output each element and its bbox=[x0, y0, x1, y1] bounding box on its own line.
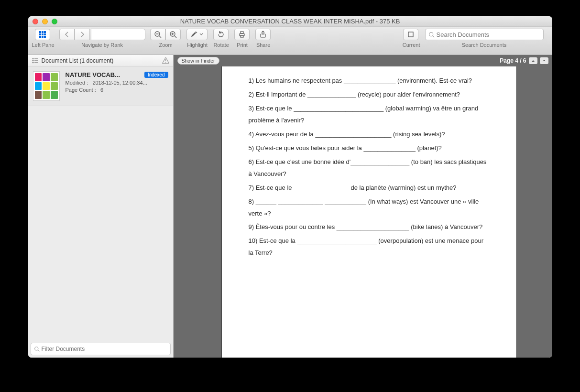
page-down-button[interactable] bbox=[540, 57, 548, 64]
left-pane-label: Left Pane bbox=[32, 42, 55, 48]
svg-point-30 bbox=[165, 62, 166, 63]
svg-point-25 bbox=[32, 60, 33, 61]
document-viewer: Show in Finder Page 4 / 6 1) Les humains… bbox=[174, 55, 552, 358]
paragraph: 2) Est-il important de ______________ (r… bbox=[249, 89, 490, 101]
minimize-window-button[interactable] bbox=[42, 19, 48, 24]
magnify-minus-icon bbox=[154, 31, 162, 38]
share-label: Share bbox=[256, 42, 270, 48]
page-canvas[interactable]: 1) Les humains ne respectent pas _______… bbox=[174, 66, 552, 358]
svg-rect-1 bbox=[42, 31, 44, 33]
search-label: Search Documents bbox=[462, 42, 507, 48]
zoom-label: Zoom bbox=[159, 42, 173, 48]
sidebar-header-text: Document List (1 document) bbox=[42, 57, 114, 64]
grid-icon bbox=[39, 31, 46, 38]
pagecount-label: Page Count : bbox=[66, 87, 96, 93]
close-window-button[interactable] bbox=[33, 19, 38, 24]
printer-icon bbox=[238, 31, 246, 38]
paragraph: 7) Est-ce que le ________________ de la … bbox=[249, 182, 490, 194]
document-title: NATURE VOCAB... bbox=[66, 71, 120, 78]
sidebar-header: Document List (1 document) bbox=[28, 55, 173, 66]
show-in-finder-button[interactable]: Show in Finder bbox=[177, 57, 219, 65]
current-label: Current bbox=[403, 42, 420, 48]
document-meta: NATURE VOCAB... Indexed Modified : 2018-… bbox=[66, 71, 168, 101]
page-up-button[interactable] bbox=[529, 57, 537, 64]
svg-rect-2 bbox=[44, 31, 46, 33]
indexed-badge: Indexed bbox=[144, 72, 168, 78]
paragraph: 10) Est-ce que la ______________________… bbox=[249, 235, 490, 259]
paragraph: 9) Êtes-vous pour ou contre les ________… bbox=[249, 221, 490, 233]
share-button[interactable] bbox=[255, 29, 271, 40]
window-title: NATURE VOCAB CONVERSATION CLASS WEAK INT… bbox=[28, 18, 552, 25]
app-window: NATURE VOCAB CONVERSATION CLASS WEAK INT… bbox=[28, 16, 552, 358]
svg-point-21 bbox=[429, 32, 433, 36]
document-list-item[interactable]: NATURE VOCAB... Indexed Modified : 2018-… bbox=[28, 66, 173, 106]
svg-rect-18 bbox=[241, 35, 243, 37]
rotate-label: Rotate bbox=[213, 42, 229, 48]
svg-rect-3 bbox=[39, 33, 41, 35]
navigate-label: Navigate by Rank bbox=[81, 42, 123, 48]
nav-back-button[interactable] bbox=[59, 29, 75, 40]
square-icon bbox=[407, 31, 415, 38]
paragraph: 8) ______ _____________ ____________ (In… bbox=[249, 196, 490, 220]
svg-line-13 bbox=[175, 36, 176, 38]
warning-icon[interactable] bbox=[162, 57, 169, 64]
svg-rect-6 bbox=[39, 36, 41, 38]
highlighter-icon bbox=[190, 31, 198, 38]
svg-rect-5 bbox=[44, 33, 46, 35]
svg-line-22 bbox=[432, 35, 434, 37]
search-icon bbox=[428, 32, 435, 38]
toolbar: Left Pane Navigate by Rank bbox=[28, 27, 552, 55]
paragraph: 1) Les humains ne respectent pas _______… bbox=[249, 75, 490, 87]
paragraph: 4) Avez-vous peur de la ________________… bbox=[249, 129, 490, 141]
svg-rect-20 bbox=[408, 32, 413, 37]
viewer-infobar: Show in Finder Page 4 / 6 bbox=[174, 55, 552, 66]
document-thumbnail bbox=[33, 71, 60, 101]
zoom-window-button[interactable] bbox=[52, 19, 57, 24]
filter-field[interactable] bbox=[42, 346, 167, 352]
paragraph: 6) Est-ce que c'est une bonne idée d'___… bbox=[249, 156, 490, 180]
svg-rect-0 bbox=[39, 31, 41, 33]
svg-rect-4 bbox=[42, 33, 44, 35]
zoom-out-button[interactable] bbox=[150, 29, 165, 40]
zoom-in-button[interactable] bbox=[165, 29, 181, 40]
highlight-label: Highlight bbox=[187, 42, 208, 48]
page-indicator-group: Page 4 / 6 bbox=[500, 57, 548, 64]
highlight-button[interactable] bbox=[186, 29, 208, 40]
titlebar: NATURE VOCAB CONVERSATION CLASS WEAK INT… bbox=[28, 16, 552, 27]
svg-point-23 bbox=[32, 58, 33, 59]
magnify-plus-icon bbox=[169, 31, 177, 38]
left-pane-toggle[interactable] bbox=[35, 29, 50, 40]
sidebar-empty-area bbox=[28, 106, 173, 340]
rotate-icon bbox=[217, 31, 225, 38]
share-icon bbox=[259, 31, 267, 38]
chevron-right-icon bbox=[78, 31, 86, 38]
svg-point-27 bbox=[32, 62, 33, 63]
chevron-left-icon bbox=[63, 31, 71, 38]
search-documents-input[interactable] bbox=[425, 29, 544, 40]
svg-rect-8 bbox=[44, 36, 46, 38]
paragraph: 3) Est-ce que le _______________________… bbox=[249, 103, 490, 127]
svg-line-32 bbox=[38, 350, 39, 351]
svg-rect-7 bbox=[42, 36, 44, 38]
svg-rect-17 bbox=[241, 32, 243, 33]
print-label: Print bbox=[237, 42, 248, 48]
chevron-down-icon bbox=[199, 33, 203, 36]
filter-documents-input[interactable] bbox=[31, 343, 171, 355]
current-button[interactable] bbox=[403, 29, 418, 40]
rotate-button[interactable] bbox=[213, 29, 229, 40]
print-button[interactable] bbox=[234, 29, 250, 40]
search-field[interactable] bbox=[437, 31, 540, 38]
svg-line-10 bbox=[159, 36, 161, 38]
pagecount-value: 6 bbox=[100, 87, 103, 93]
rank-input[interactable] bbox=[91, 29, 145, 40]
svg-point-31 bbox=[34, 347, 38, 351]
traffic-lights bbox=[33, 19, 57, 24]
modified-value: 2018-12-05, 12:00:34... bbox=[92, 80, 147, 86]
modified-label: Modified : bbox=[66, 80, 88, 86]
sidebar: Document List (1 document) NATURE VOCAB.… bbox=[28, 55, 174, 358]
pdf-page: 1) Les humains ne respectent pas _______… bbox=[222, 66, 516, 358]
content-area: Document List (1 document) NATURE VOCAB.… bbox=[28, 55, 552, 358]
list-icon bbox=[32, 58, 39, 64]
search-icon bbox=[34, 346, 40, 352]
nav-forward-button[interactable] bbox=[75, 29, 90, 40]
